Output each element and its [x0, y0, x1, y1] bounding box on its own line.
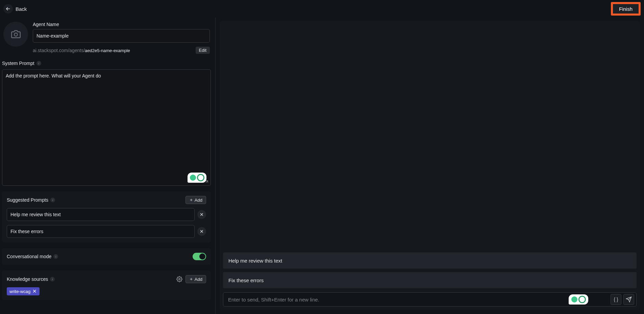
- braces-icon: { }: [614, 297, 618, 302]
- add-prompt-button[interactable]: Add: [185, 196, 206, 204]
- camera-icon: [11, 29, 21, 39]
- suggested-prompts-label: Suggested Prompts: [7, 197, 48, 203]
- grammarly-icon: [571, 296, 577, 302]
- conversational-mode-card: Conversational mode i: [2, 248, 211, 265]
- suggested-prompt-item[interactable]: Help me review this text: [7, 208, 195, 221]
- suggested-prompt-item[interactable]: Fix these errors: [7, 225, 195, 238]
- agent-slug-prefix: ai.stackspot.com/agents/: [33, 48, 85, 53]
- plus-icon: [189, 198, 193, 202]
- arrow-left-icon: [5, 6, 11, 12]
- right-panel: Help me review this text Fix these error…: [216, 18, 644, 314]
- resize-handle[interactable]: [204, 179, 209, 184]
- agent-slug-name: aed2e5-name-example: [85, 48, 130, 53]
- info-icon[interactable]: i: [53, 254, 58, 259]
- chat-input[interactable]: [228, 297, 567, 302]
- chat-area: Help me review this text Fix these error…: [220, 21, 640, 310]
- edit-slug-button[interactable]: Edit: [196, 47, 210, 54]
- add-knowledge-button[interactable]: Add: [185, 275, 206, 283]
- knowledge-sources-label: Knowledge sources: [7, 276, 48, 282]
- header-bar: Back Finish: [0, 0, 644, 18]
- knowledge-sources-card: Knowledge sources i Add write-wcag ✕: [2, 270, 211, 300]
- back-label: Back: [16, 6, 27, 12]
- send-button[interactable]: [623, 294, 634, 305]
- back-group[interactable]: Back: [3, 4, 27, 14]
- plus-icon: [189, 277, 193, 281]
- chat-suggestion[interactable]: Help me review this text: [223, 252, 637, 269]
- chat-input-bar: { }: [223, 292, 637, 307]
- system-prompt-label: System Prompt: [2, 61, 34, 66]
- gear-icon[interactable]: [176, 276, 183, 283]
- tag-label: write-wcag: [9, 289, 30, 294]
- knowledge-tag: write-wcag ✕: [7, 287, 40, 295]
- grammarly-icon: [578, 296, 586, 303]
- system-prompt-input[interactable]: [6, 73, 207, 182]
- send-icon: [626, 296, 632, 302]
- grammarly-icon: [197, 174, 204, 181]
- add-button-label: Add: [195, 277, 202, 282]
- conversational-toggle[interactable]: [193, 253, 206, 260]
- back-button[interactable]: [3, 4, 13, 14]
- info-icon[interactable]: i: [36, 61, 41, 66]
- remove-prompt-button[interactable]: ✕: [197, 227, 206, 236]
- remove-prompt-button[interactable]: ✕: [197, 210, 206, 219]
- info-icon[interactable]: i: [50, 277, 55, 282]
- conversational-mode-label: Conversational mode: [7, 254, 51, 259]
- info-icon[interactable]: i: [50, 198, 55, 202]
- code-button[interactable]: { }: [611, 294, 621, 305]
- remove-tag-button[interactable]: ✕: [32, 288, 37, 294]
- grammarly-icon: [190, 175, 196, 181]
- agent-name-label: Agent Name: [33, 22, 210, 27]
- agent-name-input[interactable]: [33, 29, 210, 43]
- add-button-label: Add: [195, 198, 202, 203]
- chat-suggestion[interactable]: Fix these errors: [223, 272, 637, 288]
- extension-badge[interactable]: [569, 294, 588, 305]
- extension-badge[interactable]: [188, 173, 206, 183]
- left-panel: Agent Name ai.stackspot.com/agents/aed2e…: [0, 18, 216, 314]
- finish-button[interactable]: Finish: [612, 3, 640, 15]
- svg-point-0: [14, 33, 17, 36]
- suggested-prompts-card: Suggested Prompts i Add Help me review t…: [2, 191, 211, 243]
- avatar-upload[interactable]: [3, 22, 28, 47]
- svg-point-1: [179, 278, 180, 280]
